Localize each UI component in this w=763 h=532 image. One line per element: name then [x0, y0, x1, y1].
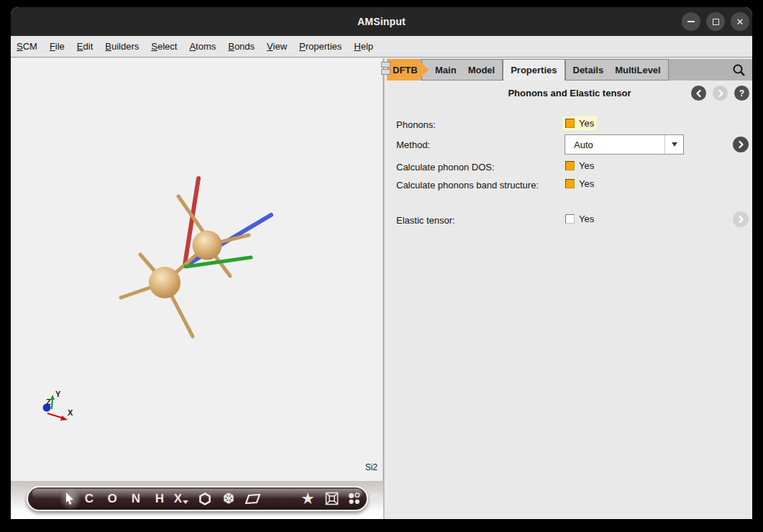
phonon-dos-checkbox-label: Yes: [579, 160, 594, 171]
tab-model[interactable]: Model: [468, 65, 495, 75]
menu-item-builders[interactable]: Builders: [105, 41, 139, 52]
close-icon: ✕: [736, 17, 744, 27]
method-detail-button[interactable]: [733, 137, 749, 152]
band-structure-checkbox[interactable]: [565, 179, 575, 188]
phonon-dos-checkbox[interactable]: [565, 161, 575, 170]
settings-panel: DFTB Main Model Properties Details Multi…: [387, 58, 752, 519]
elastic-tensor-label: Elastic tensor:: [396, 215, 455, 226]
elastic-tensor-detail-button[interactable]: [733, 211, 749, 227]
phonons-checkbox-label: Yes: [579, 118, 594, 129]
search-icon: [732, 63, 746, 77]
menu-item-atoms[interactable]: Atoms: [189, 41, 216, 52]
chevron-right-icon: [716, 89, 725, 98]
menu-item-edit[interactable]: Edit: [77, 41, 93, 52]
menu-bar: SCM File Edit Builders Select Atoms Bond…: [11, 36, 752, 58]
menu-item-help[interactable]: Help: [354, 41, 373, 52]
elastic-tensor-checkbox-label: Yes: [579, 214, 594, 224]
axis-x-label: X: [68, 408, 73, 417]
tab-group-details-multilevel: Details MultiLevel: [565, 59, 669, 81]
search-button[interactable]: [732, 59, 752, 81]
menu-item-file[interactable]: File: [50, 41, 65, 52]
band-structure-checkbox-row[interactable]: Yes: [562, 177, 597, 191]
menu-item-view[interactable]: View: [267, 41, 287, 52]
tab-group-main-model: Main Model: [421, 59, 503, 81]
maximize-button[interactable]: [706, 12, 725, 31]
close-button[interactable]: ✕: [731, 12, 749, 31]
atom-x-dropdown-icon: [183, 500, 188, 504]
plane-tool-icon[interactable]: [243, 487, 262, 510]
band-structure-checkbox-label: Yes: [579, 178, 594, 189]
crystal-tool-icon[interactable]: ❆: [219, 487, 238, 510]
atom-tool-c[interactable]: C: [80, 487, 99, 510]
elastic-tensor-checkbox-row[interactable]: Yes: [562, 212, 597, 226]
menu-item-bonds[interactable]: Bonds: [228, 41, 255, 52]
atom-tool-x[interactable]: X: [169, 487, 193, 510]
atom-tool-o[interactable]: O: [103, 487, 122, 510]
axis-z-label: Z: [46, 398, 51, 406]
phonon-dos-label: Calculate phonon DOS:: [396, 162, 495, 173]
axis-triad: Y Z X: [43, 390, 74, 421]
fragments-tool-icon[interactable]: [344, 487, 363, 510]
band-structure-label: Calculate phonons band structure:: [396, 180, 539, 191]
tab-multilevel[interactable]: MultiLevel: [615, 65, 661, 75]
viewer-toolbar: C O N H X ❆ ★: [27, 486, 368, 511]
phonon-dos-checkbox-row[interactable]: Yes: [562, 159, 597, 173]
phonons-checkbox[interactable]: [565, 119, 575, 128]
chevron-left-icon: [695, 89, 703, 98]
tab-properties[interactable]: Properties: [503, 59, 565, 81]
method-dropdown-button[interactable]: [664, 135, 683, 154]
back-button[interactable]: [691, 86, 706, 101]
minimize-icon: [687, 21, 695, 22]
molecule-viewer: Y Z X Si2 C O N H: [11, 58, 383, 519]
amsinput-window: AMSinput ✕ SCM File Edit Builders Select…: [11, 7, 752, 519]
atom-si-2[interactable]: [193, 231, 222, 260]
atom-tool-n[interactable]: N: [127, 487, 145, 510]
tab-bar: DFTB Main Model Properties Details Multi…: [387, 59, 752, 81]
chevron-right-icon: [736, 140, 745, 149]
menu-item-properties[interactable]: Properties: [299, 41, 342, 52]
ring-tool-icon[interactable]: [196, 487, 214, 510]
main-content: Y Z X Si2 C O N H: [11, 58, 752, 519]
phonons-label: Phonons:: [396, 119, 436, 130]
tab-details[interactable]: Details: [573, 65, 604, 75]
window-title: AMSinput: [11, 16, 752, 27]
menu-item-select[interactable]: Select: [151, 41, 177, 52]
minimize-button[interactable]: [682, 12, 700, 31]
gear-icon[interactable]: ⚙: [366, 487, 385, 510]
molecule-formula-label: Si2: [365, 462, 378, 472]
elastic-tensor-checkbox[interactable]: [565, 214, 575, 224]
molecule-canvas[interactable]: Y Z X Si2: [11, 58, 383, 481]
pointer-tool-icon[interactable]: [60, 487, 79, 510]
method-dropdown[interactable]: Auto: [565, 134, 684, 155]
forward-button[interactable]: [713, 86, 728, 101]
chevron-right-icon: [736, 215, 745, 224]
panel-splitter[interactable]: [383, 58, 386, 519]
axis-y-label: Y: [55, 390, 61, 398]
method-label: Method:: [396, 139, 430, 150]
atom-si-1[interactable]: [149, 267, 181, 298]
menu-item-scm[interactable]: SCM: [17, 41, 37, 52]
maximize-icon: [713, 19, 719, 25]
viewer-toolbar-strip: C O N H X ❆ ★: [11, 481, 383, 519]
dropdown-arrow-icon: [672, 142, 677, 147]
cell-tool-icon[interactable]: [322, 487, 341, 510]
splitter-grip-1[interactable]: [381, 62, 390, 68]
splitter-grip-2[interactable]: [381, 69, 390, 75]
help-button[interactable]: ?: [734, 86, 749, 101]
atom-tool-h[interactable]: H: [150, 487, 169, 510]
molecule-3d-render: Y Z X: [11, 58, 383, 481]
panel-header: Phonons and Elastic tensor ?: [387, 86, 752, 101]
window-controls: ✕: [682, 12, 749, 31]
tab-main[interactable]: Main: [435, 65, 457, 75]
phonons-checkbox-row[interactable]: Yes: [562, 116, 597, 130]
method-dropdown-value: Auto: [565, 139, 664, 150]
title-bar: AMSinput ✕: [11, 7, 752, 36]
star-tool-icon[interactable]: ★: [298, 487, 317, 510]
